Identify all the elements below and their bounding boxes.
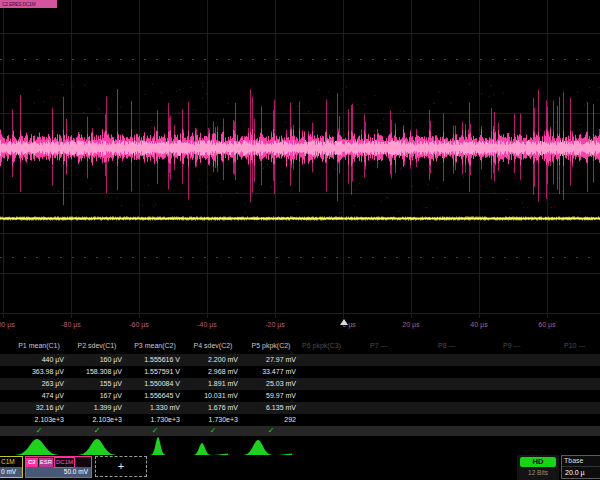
table-row: 2.103e+3 2.103e+3 1.730e+3 1.730e+3 292	[0, 414, 600, 426]
measurement-table: P1 mean(C1) P2 sdev(C1) P3 mean(C2) P4 s…	[0, 336, 600, 436]
param-header-p8[interactable]: P8 ---	[436, 342, 496, 353]
c2-trace-annotation[interactable]: C2 ERES DC1M	[0, 0, 57, 8]
value-cell: 440 µV	[10, 354, 64, 366]
hd-mode-indicator[interactable]: HD 12 Bits	[517, 455, 559, 480]
status-check-icon: ✓	[68, 426, 126, 436]
value-cell: 155 µV	[68, 378, 122, 390]
axis-tick: -60 µs	[129, 321, 149, 328]
param-header-p4[interactable]: P4 sdev(C2)	[184, 342, 242, 353]
axis-tick: -20 µs	[265, 321, 285, 328]
value-cell: 1.557591 V	[126, 366, 180, 378]
value-cell: 27.97 mV	[242, 354, 296, 366]
status-check-icon: ✓	[184, 426, 242, 436]
c2-coupling-badge: DC1M	[54, 457, 75, 468]
param-header-p9[interactable]: P9 ---	[501, 342, 561, 353]
value-cell: 1.555616 V	[126, 354, 180, 366]
param-header-p1[interactable]: P1 mean(C1)	[10, 342, 68, 353]
value-cell: 59.97 mV	[242, 390, 296, 402]
hd-bits-label: 12 Bits	[520, 469, 556, 476]
c2-scale-value: 50.0 mV	[26, 467, 91, 477]
value-cell: 292	[242, 414, 296, 426]
bottom-status-bar: C1M 0 mV C2 ESR DC1M 50.0 mV + HD 12 Bit…	[0, 455, 600, 480]
value-cell: 10.031 mV	[184, 390, 238, 402]
axis-tick: 40 µs	[470, 321, 487, 328]
value-cell: 2.968 mV	[184, 366, 238, 378]
c1-scale-value: 0 mV	[0, 467, 22, 477]
plus-icon: +	[118, 460, 124, 472]
tbase-value: 20.0 µ	[562, 467, 600, 478]
axis-tick: -40 µs	[197, 321, 217, 328]
value-cell: 2.200 mV	[184, 354, 238, 366]
axis-tick: -100 µs	[0, 321, 15, 328]
param-header-p6[interactable]: P6 pkpk(C3)	[300, 342, 360, 353]
table-row: 363.98 µV 158.308 µV 1.557591 V 2.968 mV…	[0, 366, 600, 378]
oscilloscope-screen: C2 ERES DC1M -100 µs -80 µs -60 µs -40 µ…	[0, 0, 600, 480]
tbase-label: Tbase	[562, 456, 600, 467]
value-cell: 25.03 mV	[242, 378, 296, 390]
value-cell: 1.330 mV	[126, 402, 180, 414]
axis-tick: -80 µs	[61, 321, 81, 328]
value-cell: 1.676 mV	[184, 402, 238, 414]
value-cell: 263 µV	[10, 378, 64, 390]
waveform-graticule[interactable]: C2 ERES DC1M	[0, 0, 600, 318]
param-header-p7[interactable]: P7 ---	[368, 342, 428, 353]
add-trace-button[interactable]: +	[95, 456, 147, 477]
value-cell: 1.730e+3	[184, 414, 238, 426]
measurement-status-row: ✓ ✓ ✓ ✓ ✓	[0, 426, 600, 436]
value-cell: 474 µV	[10, 390, 64, 402]
axis-tick: 20 µs	[402, 321, 419, 328]
value-cell: 363.98 µV	[10, 366, 64, 378]
trigger-time-marker[interactable]	[340, 319, 348, 325]
waveform-canvas	[0, 0, 600, 318]
hd-badge: HD	[520, 457, 556, 467]
channel-c2-descriptor[interactable]: C2 ESR DC1M 50.0 mV	[25, 456, 92, 478]
value-cell: 160 µV	[68, 354, 122, 366]
value-cell: 1.556645 V	[126, 390, 180, 402]
param-header-p3[interactable]: P3 mean(C2)	[126, 342, 184, 353]
axis-tick: 60 µs	[538, 321, 555, 328]
timebase-axis: -100 µs -80 µs -60 µs -40 µs -20 µs 0 µs…	[0, 318, 600, 335]
channel-c1-descriptor[interactable]: C1M 0 mV	[0, 456, 23, 478]
measurement-histicons	[0, 437, 310, 457]
param-header-p10[interactable]: P10 ---	[562, 342, 600, 353]
status-check-icon: ✓	[242, 426, 300, 436]
value-cell: 2.103e+3	[68, 414, 122, 426]
value-cell: 6.135 mV	[242, 402, 296, 414]
timebase-descriptor[interactable]: Tbase 20.0 µ	[561, 455, 600, 479]
value-cell: 2.103e+3	[10, 414, 64, 426]
value-cell: 33.477 mV	[242, 366, 296, 378]
c2-eres-badge: ESR	[39, 458, 53, 467]
table-row: 32.16 µV 1.399 µV 1.330 mV 1.676 mV 6.13…	[0, 402, 600, 414]
c2-channel-badge: C2	[26, 458, 38, 467]
param-header-p2[interactable]: P2 sdev(C1)	[68, 342, 126, 353]
table-row: 263 µV 155 µV 1.550084 V 1.891 mV 25.03 …	[0, 378, 600, 390]
c1-coupling-label: C1M	[0, 457, 22, 467]
value-cell: 1.399 µV	[68, 402, 122, 414]
value-cell: 167 µV	[68, 390, 122, 402]
value-cell: 158.308 µV	[68, 366, 122, 378]
value-cell: 1.730e+3	[126, 414, 180, 426]
table-row: 440 µV 160 µV 1.555616 V 2.200 mV 27.97 …	[0, 354, 600, 366]
value-cell: 32.16 µV	[10, 402, 64, 414]
status-check-icon: ✓	[10, 426, 68, 436]
value-cell: 1.550084 V	[126, 378, 180, 390]
status-check-icon: ✓	[126, 426, 184, 436]
table-row: 474 µV 167 µV 1.556645 V 10.031 mV 59.97…	[0, 390, 600, 402]
value-cell: 1.891 mV	[184, 378, 238, 390]
param-header-p5[interactable]: P5 pkpk(C2)	[242, 342, 300, 353]
